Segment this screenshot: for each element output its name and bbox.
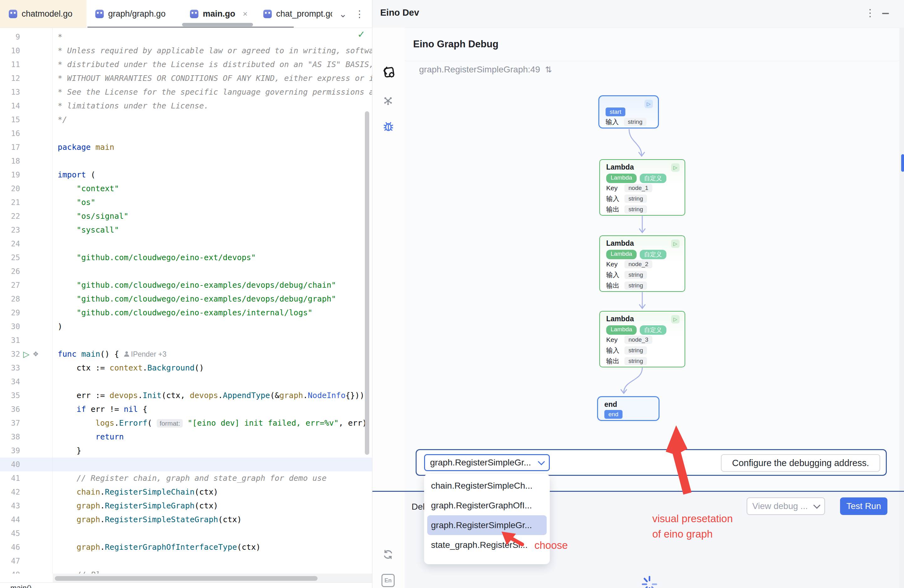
- line-number: 40: [0, 458, 20, 471]
- code-line: 34: [0, 375, 372, 389]
- value-chip: node_3: [624, 336, 652, 344]
- lambda-badge: Lambda: [606, 250, 637, 259]
- tab-close-icon[interactable]: ×: [243, 9, 248, 19]
- code-line: 24: [0, 237, 372, 251]
- graph-node-node_2[interactable]: Lambda▷Lambda自定义Keynode_2输入string输出strin…: [599, 236, 685, 292]
- code-editor[interactable]: 9*10* Unless required by applicable law …: [0, 28, 372, 574]
- go-file-icon: [190, 10, 198, 18]
- code-line: 38 return: [0, 430, 372, 444]
- chevron-down-icon[interactable]: ⌄: [335, 0, 351, 28]
- node-title: Lambda: [606, 315, 634, 323]
- line-number: 15: [0, 113, 20, 126]
- code-line: 43 graph.RegisterSimpleGraph(ctx): [0, 499, 372, 513]
- run-main-icon[interactable]: ▷: [23, 347, 30, 361]
- go-file-icon: [9, 10, 17, 18]
- run-profile-icon[interactable]: ❖: [33, 347, 39, 361]
- breadcrumb-bar: main(): [0, 582, 372, 588]
- line-number: 30: [0, 320, 20, 334]
- graph-select-dropdown: chain.RegisterSimpleCh...graph.RegisterG…: [424, 474, 550, 564]
- node-play-icon[interactable]: ▷: [671, 163, 680, 172]
- line-number: 9: [0, 30, 20, 44]
- breadcrumb[interactable]: main(): [10, 583, 32, 588]
- code-line: 30): [0, 320, 372, 334]
- code-line: 17package main: [0, 141, 372, 154]
- tab-chat-prompt-go[interactable]: chat_prompt.go: [254, 0, 332, 28]
- tab-chatmodel-go[interactable]: chatmodel.go: [0, 0, 87, 28]
- graph-node-node_1[interactable]: Lambda▷Lambda自定义Keynode_1输入string输出strin…: [599, 159, 685, 216]
- code-line: 47: [0, 554, 372, 568]
- custom-badge: 自定义: [640, 326, 666, 335]
- code-line: 19import (: [0, 168, 372, 182]
- code-line: 9*: [0, 30, 372, 44]
- node-title: end: [604, 400, 617, 409]
- graph-select[interactable]: graph.RegisterSimpleGr...: [424, 454, 550, 471]
- panel-scrollbar-track[interactable]: [899, 28, 904, 588]
- code-line: 35 err := devops.Init(ctx, devops.Append…: [0, 389, 372, 403]
- dropdown-option[interactable]: graph.RegisterSimpleGr...: [427, 515, 547, 535]
- line-number: 11: [0, 58, 20, 71]
- node-type-badge: end: [604, 410, 623, 419]
- code-line: 21 "os": [0, 196, 372, 209]
- line-number: 33: [0, 361, 20, 375]
- dropdown-option[interactable]: chain.RegisterSimpleCh...: [427, 476, 547, 496]
- node-title: Lambda: [606, 163, 634, 171]
- graph-node-node_3[interactable]: Lambda▷Lambda自定义Keynode_3输入string输出strin…: [599, 311, 685, 367]
- code-line: 45: [0, 526, 372, 541]
- code-line: 26: [0, 264, 372, 278]
- line-number: 43: [0, 499, 20, 513]
- code-line: 20 "context": [0, 182, 372, 196]
- gutter-divider: [52, 28, 53, 574]
- line-number: 20: [0, 182, 20, 196]
- lambda-badge: Lambda: [606, 174, 637, 183]
- line-number: 42: [0, 485, 20, 499]
- lambda-badge: Lambda: [606, 326, 637, 335]
- code-lines: 9*10* Unless required by applicable law …: [0, 30, 372, 574]
- line-number: 18: [0, 154, 20, 168]
- node-play-icon[interactable]: ▷: [671, 239, 680, 248]
- line-number: 45: [0, 526, 20, 541]
- value-chip: string: [624, 281, 647, 289]
- node-play-icon[interactable]: ▷: [671, 315, 680, 324]
- tab-label: graph/graph.go: [108, 9, 166, 19]
- graph-node-start[interactable]: ▷start输入string: [598, 95, 659, 128]
- code-line: 10* Unless required by applicable law or…: [0, 44, 372, 58]
- line-number: 23: [0, 223, 20, 237]
- test-run-button[interactable]: Test Run: [840, 498, 887, 515]
- dropdown-option[interactable]: state_graph.RegisterSi...: [427, 535, 547, 555]
- value-chip: string: [624, 357, 647, 365]
- dropdown-option[interactable]: graph.RegisterGraphOfI...: [427, 496, 547, 515]
- author-icon: [124, 351, 129, 357]
- view-debug-select[interactable]: View debug ...: [747, 498, 825, 515]
- go-file-icon: [95, 10, 104, 18]
- line-number: 17: [0, 141, 20, 154]
- tab-label: main.go: [203, 9, 235, 19]
- editor-pane: chatmodel.go graph/graph.go main.go × ch…: [0, 0, 372, 588]
- line-number: 34: [0, 375, 20, 389]
- code-line: 12* WITHOUT WARRANTIES OR CONDITIONS OF …: [0, 71, 372, 85]
- tab-graph-graph-go[interactable]: graph/graph.go: [87, 0, 180, 28]
- line-number: 27: [0, 278, 20, 292]
- line-number: 48: [0, 568, 20, 574]
- code-line: 22 "os/signal": [0, 209, 372, 223]
- editor-vertical-scrollbar[interactable]: [365, 111, 369, 455]
- line-number: 38: [0, 430, 20, 444]
- editor-horizontal-scrollbar-thumb[interactable]: [55, 576, 318, 581]
- panel-scrollbar-thumb[interactable]: [901, 154, 904, 172]
- go-file-icon: [263, 10, 272, 18]
- code-line: 25 "github.com/cloudwego/eino-ext/devops…: [0, 251, 372, 264]
- code-line: 14* limitations under the License.: [0, 99, 372, 113]
- code-line: 40: [0, 458, 372, 471]
- code-line: 41 // Register chain, graph and state_gr…: [0, 471, 372, 485]
- node-play-icon[interactable]: ▷: [645, 100, 653, 108]
- chevron-down-icon: [538, 458, 545, 465]
- line-number: 28: [0, 292, 20, 306]
- type-chip: string: [624, 118, 646, 126]
- code-vision-hint: IPender +3: [124, 350, 166, 358]
- line-number: 47: [0, 554, 20, 568]
- tab-options-kebab-icon[interactable]: ⋮: [352, 0, 367, 28]
- configure-address-button[interactable]: Configure the debugging address.: [721, 454, 880, 472]
- graph-node-end[interactable]: endend: [597, 396, 659, 421]
- ide-window: chatmodel.go graph/graph.go main.go × ch…: [0, 0, 904, 588]
- line-number: 39: [0, 444, 20, 458]
- parameter-hint-chip: format:: [157, 419, 183, 428]
